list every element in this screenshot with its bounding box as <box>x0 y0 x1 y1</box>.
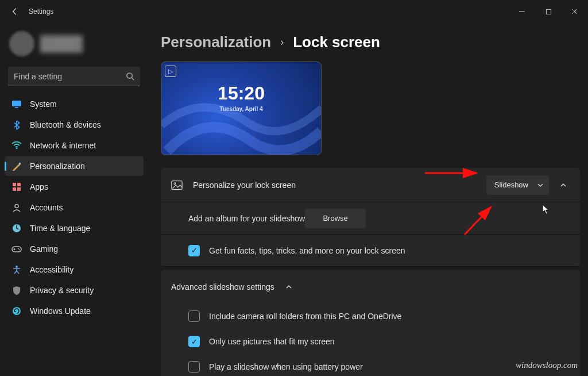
svg-rect-7 <box>17 183 21 186</box>
svg-point-15 <box>16 266 18 268</box>
option-label: Include camera roll folders from this PC… <box>209 312 401 321</box>
user-account-block[interactable]: ████████████████ <box>5 25 144 62</box>
sidebar-item-label: Personalization <box>30 162 85 171</box>
svg-point-13 <box>18 248 19 249</box>
svg-rect-9 <box>17 187 21 191</box>
window-title: Settings <box>29 7 53 16</box>
user-info: ████████████████ <box>40 35 83 52</box>
svg-point-18 <box>174 182 176 184</box>
windows-update-icon <box>11 306 22 316</box>
svg-rect-3 <box>15 107 18 108</box>
sidebar-item-time-language[interactable]: Time & language <box>5 218 144 238</box>
minimize-button[interactable] <box>509 1 535 22</box>
gaming-icon <box>11 244 22 254</box>
option-label: Play a slideshow when using battery powe… <box>209 362 363 371</box>
dropdown-value: Slideshow <box>494 181 528 189</box>
search-icon <box>126 72 134 80</box>
sidebar-item-accessibility[interactable]: Accessibility <box>5 260 144 279</box>
expand-collapse-chevron[interactable] <box>557 179 570 191</box>
sidebar-item-windows-update[interactable]: Windows Update <box>5 301 144 321</box>
back-button[interactable] <box>8 7 22 16</box>
chevron-down-icon <box>537 182 543 188</box>
svg-rect-6 <box>13 183 16 186</box>
sidebar-item-label: Windows Update <box>30 306 91 316</box>
sidebar: ████████████████ SystemBluetooth & devic… <box>0 23 148 376</box>
sidebar-item-privacy-security[interactable]: Privacy & security <box>5 281 144 300</box>
time-language-icon <box>11 223 22 233</box>
picture-icon <box>171 180 183 190</box>
checkbox[interactable] <box>188 361 200 373</box>
sidebar-item-label: Apps <box>30 182 48 191</box>
personalization-icon <box>11 161 22 171</box>
sidebar-item-system[interactable]: System <box>5 94 144 114</box>
sidebar-item-label: Accounts <box>30 203 63 212</box>
svg-point-1 <box>127 73 132 78</box>
personalize-panel: Personalize your lock screen Slideshow A… <box>161 168 580 267</box>
personalize-row[interactable]: Personalize your lock screen Slideshow <box>161 168 580 202</box>
expand-collapse-chevron[interactable] <box>283 281 295 293</box>
browse-button[interactable]: Browse <box>305 209 366 228</box>
fun-facts-row[interactable]: ✓ Get fun facts, tips, tricks, and more … <box>161 235 580 267</box>
breadcrumb: Personalization › Lock screen <box>161 33 580 51</box>
sidebar-item-apps[interactable]: Apps <box>5 177 144 197</box>
advanced-option-row[interactable]: Include camera roll folders from this PC… <box>161 304 580 329</box>
apps-icon <box>11 182 22 192</box>
svg-rect-8 <box>13 187 16 191</box>
svg-rect-2 <box>12 101 21 106</box>
accessibility-icon <box>11 264 22 275</box>
breadcrumb-parent[interactable]: Personalization <box>161 33 271 51</box>
page-title: Lock screen <box>293 33 380 51</box>
watermark: windowsloop.com <box>516 360 578 370</box>
sidebar-item-label: Time & language <box>30 224 90 233</box>
close-button[interactable] <box>562 1 588 22</box>
svg-point-10 <box>15 205 18 208</box>
advanced-header-row[interactable]: Advanced slideshow settings <box>161 270 580 304</box>
preview-wallpaper <box>161 62 322 155</box>
sidebar-item-label: Network & internet <box>30 141 96 150</box>
sidebar-item-bluetooth-devices[interactable]: Bluetooth & devices <box>5 115 144 135</box>
advanced-header-label: Advanced slideshow settings <box>171 282 274 291</box>
search-input[interactable] <box>8 67 140 86</box>
sidebar-item-label: Gaming <box>30 244 58 254</box>
checkbox[interactable] <box>188 310 200 322</box>
svg-rect-0 <box>546 9 551 14</box>
svg-point-4 <box>16 148 18 149</box>
svg-point-14 <box>19 249 20 250</box>
system-icon <box>11 99 22 109</box>
add-album-row: Add an album for your slideshow Browse <box>161 202 580 235</box>
sidebar-item-label: Privacy & security <box>30 286 94 295</box>
sidebar-item-gaming[interactable]: Gaming <box>5 239 144 259</box>
sidebar-item-label: Accessibility <box>30 265 74 274</box>
option-label: Only use pictures that fit my screen <box>209 337 335 346</box>
nav-list: SystemBluetooth & devicesNetwork & inter… <box>5 94 144 321</box>
lock-screen-preview[interactable]: ▷ 15:20 Tuesday, April 4 <box>161 62 322 155</box>
avatar <box>9 31 34 56</box>
privacy-icon <box>11 285 22 296</box>
sidebar-item-accounts[interactable]: Accounts <box>5 198 144 217</box>
add-album-label: Add an album for your slideshow <box>188 214 305 223</box>
sidebar-item-label: Bluetooth & devices <box>30 120 101 129</box>
lock-screen-mode-dropdown[interactable]: Slideshow <box>486 175 549 195</box>
accounts-icon <box>11 202 22 213</box>
chevron-right-icon: › <box>280 36 284 48</box>
sidebar-item-personalization[interactable]: Personalization <box>5 156 144 176</box>
svg-point-16 <box>13 307 21 315</box>
wifi-icon <box>11 140 22 151</box>
maximize-button[interactable] <box>535 1 562 22</box>
sidebar-item-label: System <box>30 99 57 109</box>
advanced-option-row[interactable]: ✓Only use pictures that fit my screen <box>161 329 580 354</box>
search-field[interactable] <box>14 72 126 81</box>
svg-rect-12 <box>12 247 21 252</box>
sidebar-item-network-internet[interactable]: Network & internet <box>5 136 144 155</box>
bluetooth-icon <box>11 120 22 130</box>
fun-facts-label: Get fun facts, tips, tricks, and more on… <box>209 246 405 255</box>
fun-facts-checkbox[interactable]: ✓ <box>188 245 200 256</box>
personalize-label: Personalize your lock screen <box>193 181 296 190</box>
checkbox[interactable]: ✓ <box>188 336 200 347</box>
